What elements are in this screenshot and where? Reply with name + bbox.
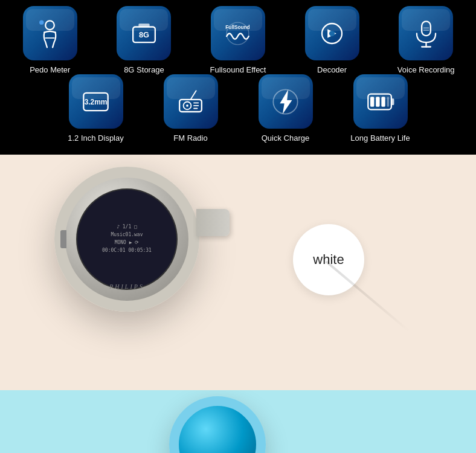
svg-point-18 (186, 104, 188, 107)
svg-text:3.2mm: 3.2mm (85, 98, 108, 106)
device-screen: ♪ 1/1 □ Music01.wav MONO ▶ ⟳ 00:0C:01 00… (76, 188, 178, 290)
feature-battery: Long Battery Life (336, 74, 425, 143)
badge-shadow (326, 260, 410, 332)
feature-8g-storage: 8G 8G Storage (100, 6, 188, 74)
color-badge-container: white (293, 224, 364, 295)
svg-point-8 (329, 30, 335, 36)
battery-icon (364, 85, 397, 118)
usb-connector (196, 209, 230, 236)
svg-rect-9 (422, 21, 431, 36)
features-row-2: 3.2mm 1.2 Inch Display FM Radio (0, 74, 476, 155)
device-body-blue (169, 396, 266, 453)
device-body-white: ♪ 1/1 □ Music01.wav MONO ▶ ⟳ 00:0C:01 00… (54, 167, 199, 312)
feature-fullsound: FullSound Fullsound Effect (194, 6, 282, 74)
display-icon: 3.2mm (79, 85, 112, 118)
screen-line1: ♪ 1/1 □ (102, 223, 152, 231)
battery-label: Long Battery Life (350, 133, 410, 143)
device-side-button (60, 230, 66, 248)
decoder-icon-bg (305, 6, 359, 60)
voice-label: Voice Recording (397, 65, 455, 74)
pedo-label: Pedo Meter (30, 65, 70, 74)
radio-label: FM Radio (173, 133, 207, 143)
svg-marker-23 (280, 89, 292, 114)
blue-device-container (169, 396, 266, 453)
svg-rect-26 (391, 98, 394, 105)
radio-icon (174, 85, 207, 118)
fullsound-label: Fullsound Effect (210, 65, 266, 74)
storage-icon-bg: 8G (117, 6, 171, 60)
svg-text:8G: 8G (139, 30, 149, 39)
feature-pedo-meter: Pedo Meter (6, 6, 94, 74)
fullsound-icon: FullSound (221, 17, 254, 50)
feature-decoder: Decoder (288, 6, 376, 74)
display-icon-bg: 3.2mm (69, 74, 123, 129)
charge-icon (269, 85, 302, 118)
features-row-1: Pedo Meter 8G 8G Storage FullSound Fulls… (0, 0, 476, 74)
decoder-icon (315, 17, 349, 50)
feature-display: 3.2mm 1.2 Inch Display (51, 74, 140, 143)
screen-content: ♪ 1/1 □ Music01.wav MONO ▶ ⟳ 00:0C:01 00… (102, 223, 152, 254)
screen-line4: 00:0C:01 00:05:31 (102, 247, 152, 255)
storage-icon: 8G (127, 17, 161, 50)
svg-rect-28 (376, 97, 379, 107)
svg-point-1 (39, 20, 43, 24)
svg-point-0 (45, 21, 54, 30)
svg-rect-27 (370, 97, 374, 107)
screen-line2: Music01.wav (102, 231, 152, 239)
white-device-container: ♪ 1/1 □ Music01.wav MONO ▶ ⟳ 00:0C:01 00… (54, 167, 199, 312)
screen-line3: MONO ▶ ⟳ (102, 239, 152, 247)
charge-icon-bg (259, 74, 313, 129)
charge-label: Quick Charge (262, 133, 309, 143)
feature-quick-charge: Quick Charge (241, 74, 330, 143)
decoder-label: Decoder (317, 65, 347, 74)
fullsound-icon-bg: FullSound (211, 6, 265, 60)
display-label: 1.2 Inch Display (68, 133, 124, 143)
svg-rect-29 (381, 97, 385, 107)
feature-radio: FM Radio (146, 74, 235, 143)
svg-line-22 (191, 91, 196, 100)
svg-rect-30 (387, 97, 390, 107)
svg-rect-4 (138, 24, 149, 27)
storage-label: 8G Storage (124, 65, 164, 74)
radio-icon-bg (164, 74, 218, 129)
pedo-icon (33, 17, 66, 50)
pedo-icon-bg (23, 6, 77, 60)
device-brand: PHILIPS (109, 283, 144, 290)
voice-icon-bg (399, 6, 453, 60)
blue-variant-section (0, 390, 476, 453)
svg-text:FullSound: FullSound (226, 25, 250, 30)
feature-voice: Voice Recording (382, 6, 470, 74)
battery-icon-bg (353, 74, 408, 129)
voice-icon (410, 17, 443, 50)
white-variant-section: ♪ 1/1 □ Music01.wav MONO ▶ ⟳ 00:0C:01 00… (0, 155, 476, 390)
